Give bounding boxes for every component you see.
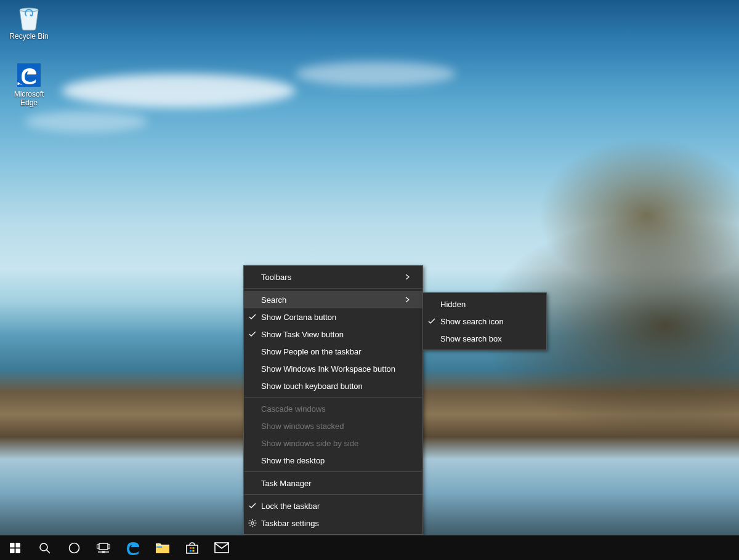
search-icon xyxy=(39,542,50,554)
svg-rect-23 xyxy=(156,546,162,548)
submenu-item-show-search-icon[interactable]: Show search icon xyxy=(423,313,546,330)
cortana-icon xyxy=(68,542,80,554)
menu-separator xyxy=(244,288,422,289)
desktop-icon-edge[interactable]: Microsoft Edge xyxy=(6,62,52,107)
svg-rect-22 xyxy=(102,551,105,553)
menu-item-show-desktop[interactable]: Show the desktop xyxy=(244,452,422,469)
checkmark-icon xyxy=(244,313,261,321)
windows-logo-icon xyxy=(10,543,20,553)
menu-item-label: Show search icon xyxy=(440,317,539,326)
menu-item-label: Lock the taskbar xyxy=(261,502,415,511)
svg-rect-14 xyxy=(15,548,20,553)
edge-icon xyxy=(125,540,141,556)
submenu-item-show-search-box[interactable]: Show search box xyxy=(423,330,546,347)
menu-item-show-ink[interactable]: Show Windows Ink Workspace button xyxy=(244,360,422,377)
taskbar-app-explorer[interactable] xyxy=(148,535,177,560)
svg-rect-12 xyxy=(15,543,20,548)
menu-item-show-people[interactable]: Show People on the taskbar xyxy=(244,343,422,360)
svg-point-2 xyxy=(251,522,254,524)
mail-icon xyxy=(214,542,229,553)
cloud-decoration xyxy=(62,74,296,108)
gear-icon xyxy=(244,519,261,527)
menu-item-label: Show Windows Ink Workspace button xyxy=(261,364,415,374)
menu-item-sidebyside: Show windows side by side xyxy=(244,434,422,452)
svg-line-10 xyxy=(249,525,250,526)
desktop-icon-label: Microsoft Edge xyxy=(6,90,52,107)
menu-item-label: Show touch keyboard button xyxy=(261,382,415,391)
svg-rect-11 xyxy=(10,543,15,548)
menu-item-show-touch-keyboard[interactable]: Show touch keyboard button xyxy=(244,377,422,394)
svg-point-15 xyxy=(40,543,47,551)
search-submenu: Hidden Show search icon Show search box xyxy=(422,292,547,350)
menu-item-label: Hidden xyxy=(440,300,539,309)
menu-item-label: Show Task View button xyxy=(261,330,415,339)
taskbar-context-menu: Toolbars Search Show Cortana button Show… xyxy=(243,265,423,535)
cortana-button[interactable] xyxy=(59,535,89,560)
svg-line-16 xyxy=(46,550,50,553)
menu-item-label: Search xyxy=(261,295,405,305)
svg-rect-13 xyxy=(10,548,15,553)
menu-item-task-manager[interactable]: Task Manager xyxy=(244,474,422,492)
menu-item-cascade: Cascade windows xyxy=(244,400,422,417)
svg-line-7 xyxy=(249,520,250,521)
svg-rect-18 xyxy=(99,543,108,550)
svg-rect-28 xyxy=(215,543,228,553)
search-button[interactable] xyxy=(30,535,59,560)
svg-point-17 xyxy=(69,543,79,553)
taskbar-app-store[interactable] xyxy=(177,535,207,560)
svg-rect-20 xyxy=(108,545,110,548)
menu-separator xyxy=(244,397,422,398)
menu-item-label: Show windows stacked xyxy=(261,422,415,431)
taskbar-app-mail[interactable] xyxy=(207,535,236,560)
edge-icon xyxy=(15,62,42,89)
checkmark-icon xyxy=(244,330,261,338)
menu-item-show-taskview[interactable]: Show Task View button xyxy=(244,326,422,343)
menu-item-lock-taskbar[interactable]: Lock the taskbar xyxy=(244,497,422,514)
menu-item-label: Show the desktop xyxy=(261,456,415,465)
start-button[interactable] xyxy=(0,535,30,560)
svg-rect-25 xyxy=(193,547,195,549)
submenu-item-hidden[interactable]: Hidden xyxy=(423,295,546,313)
menu-item-label: Show Cortana button xyxy=(261,313,415,322)
taskview-icon xyxy=(97,542,110,553)
svg-rect-24 xyxy=(190,547,192,549)
menu-item-show-cortana[interactable]: Show Cortana button xyxy=(244,308,422,326)
svg-rect-26 xyxy=(190,550,192,552)
recycle-bin-icon xyxy=(15,4,42,31)
menu-item-stacked: Show windows stacked xyxy=(244,417,422,434)
svg-rect-19 xyxy=(97,545,99,548)
menu-separator xyxy=(244,471,422,472)
menu-item-label: Toolbars xyxy=(261,273,405,282)
chevron-right-icon xyxy=(405,297,415,303)
menu-item-toolbars[interactable]: Toolbars xyxy=(244,268,422,286)
menu-item-search[interactable]: Search xyxy=(244,291,422,308)
svg-line-8 xyxy=(254,525,255,526)
menu-item-label: Taskbar settings xyxy=(261,519,415,528)
taskview-button[interactable] xyxy=(89,535,118,560)
menu-separator xyxy=(244,494,422,495)
checkmark-icon xyxy=(423,318,440,325)
cloud-decoration xyxy=(25,111,148,132)
desktop-icon-label: Recycle Bin xyxy=(6,32,52,41)
menu-item-label: Cascade windows xyxy=(261,404,415,414)
cloud-decoration xyxy=(296,62,456,86)
svg-rect-27 xyxy=(193,550,195,552)
svg-line-9 xyxy=(254,520,255,521)
chevron-right-icon xyxy=(405,274,415,280)
folder-icon xyxy=(155,541,170,554)
taskbar[interactable] xyxy=(0,535,739,560)
menu-item-label: Show search box xyxy=(440,334,539,343)
menu-item-label: Show People on the taskbar xyxy=(261,347,415,356)
checkmark-icon xyxy=(244,502,261,510)
menu-item-label: Task Manager xyxy=(261,479,415,488)
menu-item-label: Show windows side by side xyxy=(261,439,415,448)
taskbar-app-edge[interactable] xyxy=(118,535,148,560)
store-icon xyxy=(185,540,200,555)
menu-item-taskbar-settings[interactable]: Taskbar settings xyxy=(244,514,422,532)
desktop-icon-recycle-bin[interactable]: Recycle Bin xyxy=(6,4,52,41)
